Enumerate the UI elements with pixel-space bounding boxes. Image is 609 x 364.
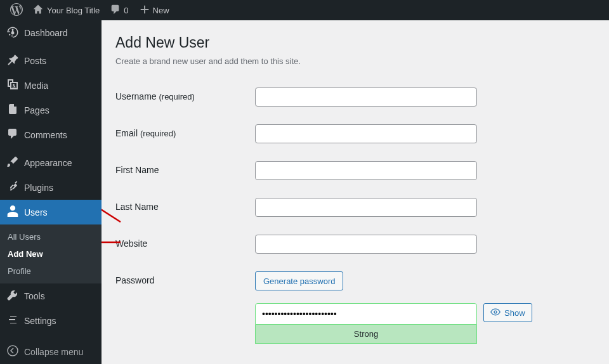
pin-icon [6,53,19,68]
svg-point-0 [8,346,18,356]
menu-pages[interactable]: Pages [0,98,102,122]
lastname-label: Last Name [115,198,255,212]
wp-logo[interactable] [5,0,28,20]
site-title-text: Your Blog Title [47,6,100,15]
firstname-input[interactable] [255,161,477,180]
wordpress-icon [10,3,23,18]
comments-count[interactable]: 0 [105,0,133,20]
collapse-menu[interactable]: Collapse menu [0,339,102,364]
comments-icon [6,127,19,142]
plug-icon [6,180,19,195]
password-strength: Strong [255,325,477,344]
submenu-profile[interactable]: Profile [0,263,102,280]
users-submenu: All Users Add New Profile [0,224,102,283]
site-name[interactable]: Your Blog Title [28,0,105,20]
website-input[interactable] [255,235,477,254]
menu-comments[interactable]: Comments [0,122,102,147]
menu-plugins[interactable]: Plugins [0,175,102,200]
plus-icon [139,4,153,17]
submenu-add-new[interactable]: Add New [0,245,102,263]
email-input[interactable] [255,124,477,143]
show-password-button[interactable]: Show [483,303,532,322]
email-label: Email (required) [115,124,255,138]
password-label: Password [115,271,255,285]
menu-appearance[interactable]: Appearance [0,150,102,175]
generate-password-button[interactable]: Generate password [255,271,343,290]
comment-count-text: 0 [124,6,128,15]
sliders-icon [6,313,19,328]
media-icon [6,78,19,93]
admin-sidebar: Dashboard Posts Media Pages Comments App… [0,20,102,364]
username-label: Username (required) [115,88,255,101]
menu-users[interactable]: Users [0,200,102,224]
lastname-input[interactable] [255,198,477,217]
svg-point-1 [494,311,497,313]
menu-settings[interactable]: Settings [0,308,102,333]
username-input[interactable] [255,88,477,107]
wrench-icon [6,289,19,303]
eye-icon [490,307,501,319]
submenu-all-users[interactable]: All Users [0,228,102,245]
new-content[interactable]: New [134,0,174,20]
website-label: Website [115,235,255,249]
brush-icon [6,155,19,170]
firstname-label: First Name [115,161,255,175]
dashboard-icon [6,25,19,40]
collapse-icon [6,344,19,359]
page-title: Add New User [115,34,595,51]
new-label: New [153,6,169,15]
page-subtitle: Create a brand new user and add them to … [115,56,595,66]
comment-icon [110,4,121,17]
pages-icon [6,103,19,117]
admin-bar: Your Blog Title 0 New [0,0,609,20]
main-content: Add New User Create a brand new user and… [102,20,609,364]
password-input[interactable] [255,303,477,325]
menu-media[interactable]: Media [0,73,102,98]
user-icon [6,205,19,219]
menu-posts[interactable]: Posts [0,48,102,73]
home-icon [33,4,47,16]
menu-tools[interactable]: Tools [0,283,102,308]
menu-dashboard[interactable]: Dashboard [0,20,102,45]
